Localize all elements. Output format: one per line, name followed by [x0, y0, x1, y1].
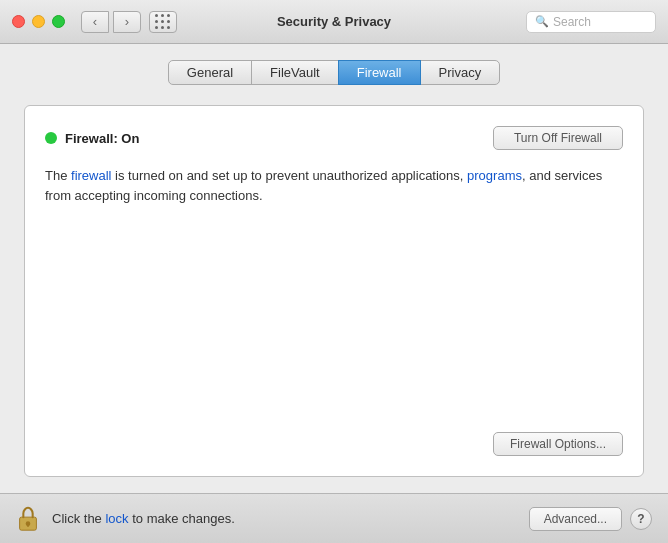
- back-button[interactable]: ‹: [81, 11, 109, 33]
- firewall-description: The firewall is turned on and set up to …: [45, 166, 623, 205]
- status-left: Firewall: On: [45, 131, 139, 146]
- tab-general[interactable]: General: [168, 60, 252, 85]
- close-button[interactable]: [12, 15, 25, 28]
- window-title: Security & Privacy: [277, 14, 391, 29]
- firewall-status-row: Firewall: On Turn Off Firewall: [45, 126, 623, 150]
- turn-off-firewall-button[interactable]: Turn Off Firewall: [493, 126, 623, 150]
- tab-bar: General FileVault Firewall Privacy: [24, 60, 644, 85]
- forward-button[interactable]: ›: [113, 11, 141, 33]
- bottom-bar: Click the lock to make changes. Advanced…: [0, 493, 668, 543]
- firewall-status-dot: [45, 132, 57, 144]
- programs-link[interactable]: programs: [467, 168, 522, 183]
- search-placeholder: Search: [553, 15, 591, 29]
- bottom-right: Advanced... ?: [529, 507, 652, 531]
- tab-firewall[interactable]: Firewall: [338, 60, 421, 85]
- search-box[interactable]: 🔍 Search: [526, 11, 656, 33]
- tab-filevault[interactable]: FileVault: [251, 60, 339, 85]
- firewall-panel: Firewall: On Turn Off Firewall The firew…: [24, 105, 644, 477]
- grid-icon: [155, 14, 171, 30]
- tab-privacy[interactable]: Privacy: [420, 60, 501, 85]
- minimize-button[interactable]: [32, 15, 45, 28]
- titlebar: ‹ › Security & Privacy 🔍 Search: [0, 0, 668, 44]
- firewall-options-row: Firewall Options...: [493, 432, 623, 456]
- firewall-link[interactable]: firewall: [71, 168, 111, 183]
- advanced-button[interactable]: Advanced...: [529, 507, 622, 531]
- lock-link[interactable]: lock: [105, 511, 128, 526]
- traffic-lights: [12, 15, 65, 28]
- firewall-status-label: Firewall: On: [65, 131, 139, 146]
- firewall-options-button[interactable]: Firewall Options...: [493, 432, 623, 456]
- nav-buttons: ‹ ›: [81, 11, 141, 33]
- search-icon: 🔍: [535, 15, 549, 28]
- help-button[interactable]: ?: [630, 508, 652, 530]
- main-content: General FileVault Firewall Privacy Firew…: [0, 44, 668, 493]
- grid-button[interactable]: [149, 11, 177, 33]
- maximize-button[interactable]: [52, 15, 65, 28]
- lock-icon: [16, 505, 40, 533]
- lock-text: Click the lock to make changes.: [52, 511, 517, 526]
- svg-rect-2: [27, 523, 29, 526]
